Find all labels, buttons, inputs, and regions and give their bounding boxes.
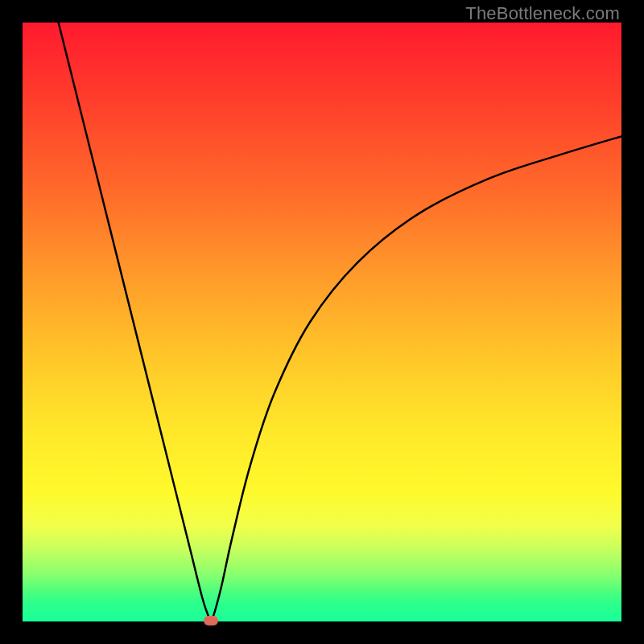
chart-frame: TheBottleneck.com bbox=[0, 0, 644, 644]
plot-area bbox=[23, 23, 621, 621]
bottleneck-curve bbox=[23, 23, 621, 621]
watermark-text: TheBottleneck.com bbox=[465, 3, 620, 24]
optimum-marker bbox=[204, 616, 218, 625]
